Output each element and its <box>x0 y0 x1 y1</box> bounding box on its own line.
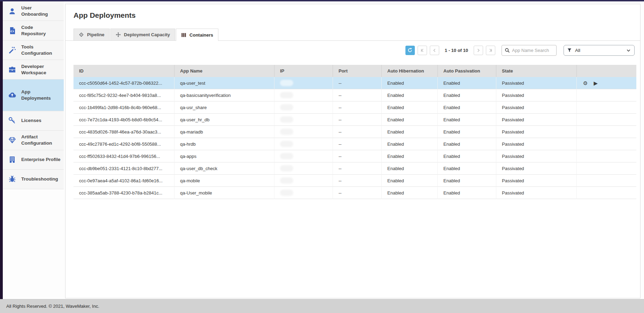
sidebar-item-label: Tools Configuration <box>21 44 52 56</box>
cell-ip <box>274 138 333 150</box>
cell-id: ccc-49c27876-ed1c-4292-b0f8-550588... <box>73 138 174 150</box>
pagination-range: 1 - 10 of 10 <box>445 48 468 53</box>
cell-id: ccc-7e72c1da-4193-4b05-b8d0-6b9c54... <box>73 114 174 126</box>
refresh-button[interactable] <box>405 46 415 55</box>
column-header-ip: IP <box>274 65 333 77</box>
first-page-icon <box>420 48 425 53</box>
table-row[interactable]: ccc-7e72c1da-4193-4b05-b8d0-6b9c54... qa… <box>73 114 636 126</box>
table-row[interactable]: ccc-f85c75c2-9232-4ee7-b404-9810a8... qa… <box>73 89 636 101</box>
app-name-search-box <box>502 45 557 56</box>
table-row[interactable]: ccc-0e97aea4-a5af-4102-86a1-fd60e16... q… <box>73 175 636 187</box>
ip-redacted-blob <box>280 80 293 86</box>
footer: All Rights Reserved. © 2021, WaveMaker, … <box>0 299 644 313</box>
containers-table-wrap: IDApp NameIPPortAuto HibernationAuto Pas… <box>73 65 635 199</box>
cell-app-name: qa-user_test <box>174 77 274 89</box>
tab-label: Containers <box>189 32 213 38</box>
cell-port: -- <box>333 187 382 199</box>
cell-id: ccc-0e97aea4-a5af-4102-86a1-fd60e16... <box>73 175 174 187</box>
cell-port: -- <box>333 175 382 187</box>
sidebar-nav: User Onboarding Code Repository Tools Co… <box>3 1 64 299</box>
table-row[interactable]: ccc-49c27876-ed1c-4292-b0f8-550588... qa… <box>73 138 636 150</box>
cell-id: ccc-1b499fa1-2d98-416b-8c4b-960e68... <box>73 101 174 114</box>
copyright-text: All Rights Reserved. © 2021, WaveMaker, … <box>6 304 99 309</box>
cell-port: -- <box>333 101 382 114</box>
cell-ip <box>274 114 333 126</box>
previous-page-button[interactable] <box>430 46 439 55</box>
table-row[interactable]: ccc-1b499fa1-2d98-416b-8c4b-960e68... qa… <box>73 101 636 114</box>
cell-auto-passivation: Enabled <box>438 187 496 199</box>
table-row[interactable]: ccc-4835d026-788f-46ea-a76d-30aac3... qa… <box>73 126 636 138</box>
cell-actions <box>577 150 636 162</box>
cell-actions <box>577 126 636 138</box>
sidebar-item-label: Code Repository <box>21 24 46 37</box>
sidebar-item-artifact-configuration[interactable]: Artifact Configuration <box>3 131 64 150</box>
cell-auto-passivation: Enabled <box>438 126 496 138</box>
sidebar-item-label: Licenses <box>21 117 41 124</box>
cell-state: Passivated <box>496 89 577 101</box>
ip-redacted-blob <box>280 104 293 110</box>
column-header-auto-hibernation: Auto Hibernation <box>382 65 438 77</box>
cell-app-name: qa-basicsanityverification <box>174 89 274 101</box>
sidebar-item-code-repository[interactable]: Code Repository <box>3 21 64 40</box>
table-row[interactable]: ccc-c5050d64-1452-4c57-872b-086322... qa… <box>73 77 636 89</box>
cell-state: Passivated <box>496 150 577 162</box>
ip-redacted-blob <box>280 153 293 159</box>
tab-pipeline[interactable]: Pipeline <box>73 29 110 40</box>
cell-state: Passivated <box>496 162 577 175</box>
cell-actions: ⚙▶ <box>577 77 636 89</box>
state-filter-select[interactable]: All <box>564 45 635 56</box>
sidebar-item-licenses[interactable]: Licenses <box>3 111 64 131</box>
icon-user <box>8 7 17 16</box>
cell-auto-passivation: Enabled <box>438 162 496 175</box>
icon-move <box>116 32 121 37</box>
previous-page-icon <box>432 48 437 53</box>
last-page-button[interactable] <box>486 46 495 55</box>
containers-table: IDApp NameIPPortAuto HibernationAuto Pas… <box>73 65 636 199</box>
tab-containers[interactable]: Containers <box>176 29 218 41</box>
sidebar-item-enterprise-profile[interactable]: Enterprise Profile <box>3 150 64 170</box>
cell-id: ccc-f85c75c2-9232-4ee7-b404-9810a8... <box>73 89 174 101</box>
cell-actions <box>577 162 636 175</box>
chevron-down-icon <box>626 48 631 53</box>
table-row[interactable]: ccc-ff502633-8432-41d4-97b6-996156... qa… <box>73 150 636 162</box>
filter-icon <box>567 48 572 52</box>
sidebar-item-user-onboarding[interactable]: User Onboarding <box>3 1 64 21</box>
ip-redacted-blob <box>280 129 293 135</box>
cell-auto-passivation: Enabled <box>438 101 496 114</box>
cell-auto-hibernation: Enabled <box>382 126 438 138</box>
window-top-strip <box>0 0 644 1</box>
cell-auto-hibernation: Enabled <box>382 175 438 187</box>
ip-redacted-blob <box>280 177 293 184</box>
cell-id: ccc-385aa5ab-3788-4230-b78a-b2841c... <box>73 187 174 199</box>
cell-app-name: qa-hrdb <box>174 138 274 150</box>
cell-app-name: qa-user_db_check <box>174 162 274 175</box>
column-header-state: State <box>496 65 577 77</box>
tab-deployment-capacity[interactable]: Deployment Capacity <box>110 29 175 40</box>
table-row[interactable]: ccc-db9be051-2331-4121-8c10-8bd277... qa… <box>73 162 636 175</box>
cell-app-name: qa-mobile <box>174 175 274 187</box>
row-actions: ⚙▶ <box>582 81 634 86</box>
column-header-port: Port <box>333 65 382 77</box>
settings-icon[interactable]: ⚙ <box>583 81 588 86</box>
first-page-button[interactable] <box>418 46 427 55</box>
run-icon[interactable]: ▶ <box>593 81 598 86</box>
sidebar-item-tools-configuration[interactable]: Tools Configuration <box>3 40 64 60</box>
ip-redacted-blob <box>280 116 293 123</box>
column-header-app-name: App Name <box>174 65 274 77</box>
filter-selected-value: All <box>575 48 623 53</box>
cell-actions <box>577 101 636 114</box>
sidebar-item-troubleshooting[interactable]: Troubleshooting <box>3 170 64 189</box>
cell-port: -- <box>333 114 382 126</box>
sidebar-item-developer-workspace[interactable]: Developer Workspace <box>3 60 64 79</box>
page-title: App Deployments <box>73 11 640 20</box>
cell-id: ccc-c5050d64-1452-4c57-872b-086322... <box>73 77 174 89</box>
table-row[interactable]: ccc-385aa5ab-3788-4230-b78a-b2841c... qa… <box>73 187 636 199</box>
icon-pipeline <box>79 32 84 37</box>
cell-port: -- <box>333 89 382 101</box>
cell-auto-hibernation: Enabled <box>382 187 438 199</box>
cell-state: Passivated <box>496 77 577 89</box>
app-name-search-input[interactable] <box>512 48 552 53</box>
sidebar-item-app-deployments[interactable]: App Deployments <box>3 79 64 111</box>
next-page-button[interactable] <box>474 46 483 55</box>
cell-actions <box>577 175 636 187</box>
